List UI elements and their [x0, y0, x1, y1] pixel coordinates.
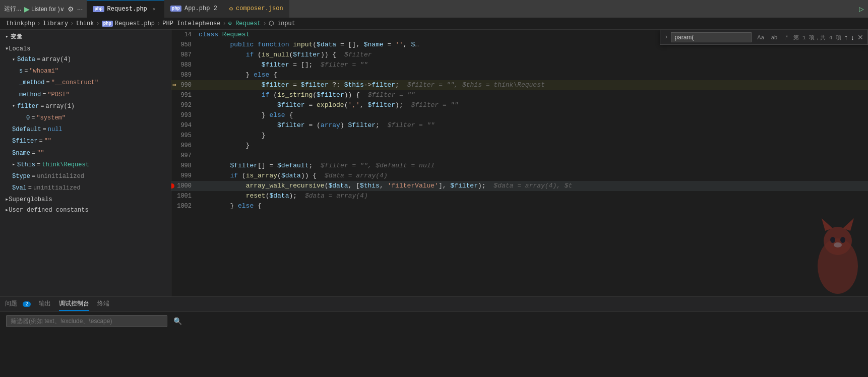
var-default[interactable]: $default = null: [0, 124, 171, 136]
code-content-996: }: [197, 141, 858, 151]
var-name-s: s: [19, 67, 23, 76]
eq2: =: [24, 67, 28, 76]
variables-expand-icon: [5, 33, 9, 40]
code-content-1001: reset($data); $data = array(4): [197, 191, 858, 201]
find-input[interactable]: [671, 32, 752, 42]
debug-arrow-990: ⇒: [172, 80, 176, 90]
var-val-type: uninitialized: [37, 172, 84, 181]
panel-filter: 🔍: [0, 312, 868, 377]
var-data[interactable]: ▾ $data = array(4): [0, 54, 171, 66]
user-constants-header[interactable]: User defined constants: [0, 205, 171, 215]
find-count: 第 1 项，共 4 项: [793, 34, 841, 41]
line-num-999: 999: [171, 171, 197, 181]
code-line-1001: 1001 reset($data); $data = array(4): [171, 191, 868, 201]
more-options-icon[interactable]: ···: [77, 5, 83, 13]
line-num-1002: 1002: [171, 201, 197, 211]
tab-close-request[interactable]: ✕: [150, 5, 158, 13]
code-line-993: 993 } else {: [171, 110, 868, 120]
tab-app-php[interactable]: php App.php 2: [164, 0, 223, 18]
breadcrumb-thinkphp[interactable]: thinkphp: [6, 20, 35, 27]
sep2: ›: [70, 20, 74, 27]
breadcrumb-intelephense[interactable]: PHP Intelephense: [162, 20, 220, 27]
tab-request-php[interactable]: php Request.php ✕: [87, 0, 164, 18]
tab-composer-json[interactable]: ⚙ composer.json: [223, 0, 289, 18]
code-line-988: 988 $filter = []; $filter = "": [171, 60, 868, 70]
tab-label-composer: composer.json: [236, 5, 283, 12]
line-num-988: 988: [171, 60, 197, 70]
var-name-method-priv: _method: [19, 78, 44, 88]
listen-button[interactable]: ▶ Listen for )∨: [24, 5, 65, 13]
var-name-f0: 0: [26, 113, 30, 123]
var-filter-str[interactable]: $filter = "": [0, 136, 171, 147]
code-content-990: $filter = $filter ?: $this->filter; $fil…: [197, 80, 858, 90]
var-val-filter: array(1): [45, 102, 75, 111]
var-val[interactable]: $val = uninitialized: [0, 182, 171, 194]
code-content-994: $filter = (array) $filter; $filter = "": [197, 120, 858, 131]
breadcrumb-library[interactable]: library: [43, 20, 68, 27]
breadcrumb-request-php[interactable]: Request.php: [115, 20, 155, 27]
sidebar: 变量 Locals ▾ $data = array(4) s = "whoami…: [0, 30, 171, 296]
filter-row: 🔍: [6, 315, 862, 327]
var-name-filter-str: $filter: [12, 137, 37, 146]
line-num-990: ⇒ 990: [171, 80, 197, 90]
eq5: =: [40, 102, 44, 111]
debug-run-icon: ▷: [859, 4, 864, 14]
var-val-val: uninitialized: [33, 183, 81, 193]
gear-icon[interactable]: ⚙: [68, 5, 74, 13]
top-bar: 运行... ▶ Listen for )∨ ⚙ ··· php Request.…: [0, 0, 868, 18]
panel-tabs: 问题 2 输出 调试控制台 终端: [0, 297, 868, 312]
eq1: =: [37, 55, 40, 65]
find-close-button[interactable]: ✕: [857, 33, 863, 41]
data-expand-arrow: ▾: [12, 56, 15, 64]
var-filter[interactable]: ▾ filter = array(1): [0, 101, 171, 112]
filter-search-icon[interactable]: 🔍: [171, 315, 184, 327]
listen-label: Listen for )∨: [31, 6, 65, 13]
debug-console-label: 调试控制台: [59, 300, 89, 307]
run-button[interactable]: 运行...: [4, 5, 21, 13]
line-num-958: 958: [171, 40, 197, 50]
variables-header[interactable]: 变量: [0, 30, 171, 43]
php-icon-2: php: [170, 6, 181, 12]
breadcrumb-input[interactable]: ⬡ input: [269, 20, 295, 27]
breadcrumb-think[interactable]: think: [76, 20, 94, 27]
locals-section-header[interactable]: Locals: [0, 43, 171, 54]
var-filter-0[interactable]: 0 = "system": [0, 112, 171, 124]
var-method-private[interactable]: _method = "__construct": [0, 77, 171, 89]
var-s[interactable]: s = "whoami": [0, 66, 171, 77]
whole-word-button[interactable]: ab: [769, 33, 780, 41]
find-prev-button[interactable]: ↑: [844, 33, 848, 41]
var-val-name: "": [37, 149, 44, 158]
breadcrumb-request-class[interactable]: ⊙ Request: [228, 20, 261, 27]
php-icon: php: [93, 6, 104, 12]
filter-input[interactable]: [6, 315, 167, 327]
variables-title: 变量: [11, 33, 22, 40]
code-view[interactable]: 14 class Request 958 public function inp…: [171, 30, 868, 296]
eq12: =: [28, 183, 32, 193]
output-label: 输出: [39, 300, 51, 307]
superglobals-header[interactable]: Superglobals: [0, 194, 171, 205]
line-num-989: 989: [171, 70, 197, 80]
tab-terminal[interactable]: 终端: [97, 297, 109, 311]
match-case-button[interactable]: Aa: [755, 33, 766, 41]
var-type[interactable]: $type = uninitialized: [0, 171, 171, 182]
eq8: =: [39, 137, 42, 146]
var-this[interactable]: ▸ $this = think\Request: [0, 159, 171, 171]
superglobals-label: Superglobals: [9, 196, 52, 203]
line-num-992: 992: [171, 100, 197, 110]
line-num-1001: 1001: [171, 191, 197, 201]
tab-debug-console[interactable]: 调试控制台: [59, 297, 89, 311]
user-constants-label: User defined constants: [9, 207, 88, 214]
code-line-998: 998 $filter[] = $default; $filter = "", …: [171, 161, 868, 171]
panel-content: 🔍: [0, 312, 868, 377]
eq6: =: [31, 113, 35, 123]
tab-output[interactable]: 输出: [39, 297, 51, 311]
tab-problems[interactable]: 问题 2: [5, 297, 31, 311]
find-next-button[interactable]: ↓: [851, 33, 854, 41]
line-num-1000: 1000: [171, 181, 197, 191]
var-name-var[interactable]: $name = "": [0, 148, 171, 159]
sep4: ›: [157, 20, 160, 27]
code-content-989: } else {: [197, 70, 858, 80]
this-expand-arrow: ▸: [12, 161, 15, 169]
var-method[interactable]: method = "POST": [0, 89, 171, 101]
regex-button[interactable]: .*: [782, 33, 790, 41]
